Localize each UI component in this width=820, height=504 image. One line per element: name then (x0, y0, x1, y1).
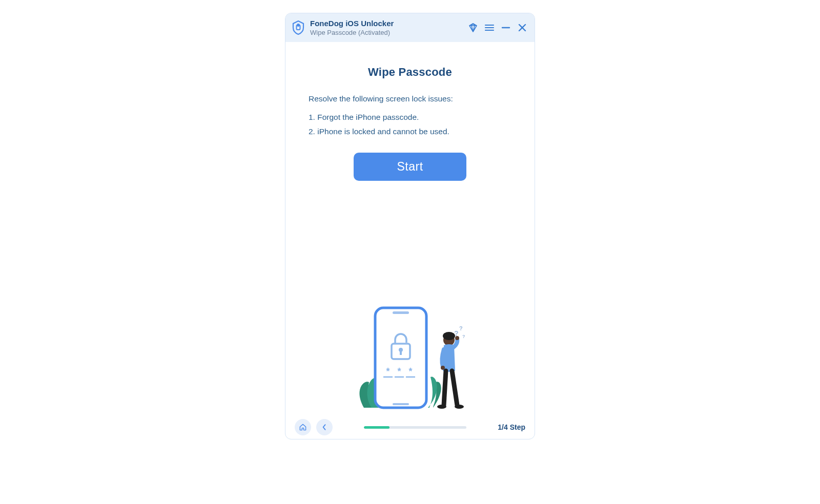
home-button[interactable] (295, 419, 311, 435)
step-progress-fill (364, 426, 389, 429)
app-window: FoneDog iOS Unlocker Wipe Passcode (Acti… (285, 13, 535, 439)
step-progress-bar (364, 426, 466, 429)
svg-rect-4 (393, 311, 409, 314)
lead-text: Resolve the following screen lock issues… (309, 94, 511, 103)
home-icon (299, 423, 307, 431)
svg-text:?: ? (459, 325, 463, 331)
svg-rect-6 (392, 344, 410, 359)
titlebar: FoneDog iOS Unlocker Wipe Passcode (Acti… (285, 13, 535, 42)
svg-text:?: ? (454, 329, 459, 338)
svg-rect-8 (400, 350, 402, 355)
title-text-block: FoneDog iOS Unlocker Wipe Passcode (Acti… (310, 18, 463, 37)
menu-icon[interactable] (484, 23, 495, 33)
minimize-icon[interactable] (501, 23, 511, 33)
issue-item-2: 2. iPhone is locked and cannot be used. (309, 127, 511, 136)
svg-rect-2 (375, 308, 426, 408)
close-icon[interactable] (517, 23, 527, 33)
app-logo-icon (292, 20, 305, 35)
svg-point-23 (455, 405, 464, 409)
footer-bar: 1/4 Step (285, 415, 535, 439)
content-area: Wipe Passcode Resolve the following scre… (285, 42, 535, 415)
back-button[interactable] (316, 419, 333, 435)
step-label: 1/4 Step (498, 423, 525, 431)
chevron-left-icon (320, 423, 329, 431)
locked-phone-illustration: * * * ? ? ? (285, 303, 535, 415)
svg-rect-3 (380, 315, 421, 401)
page-heading: Wipe Passcode (309, 66, 511, 79)
svg-point-7 (399, 348, 403, 352)
svg-point-20 (455, 336, 459, 340)
issue-item-1: 1. Forgot the iPhone passcode. (309, 113, 511, 122)
svg-text:*: * (408, 366, 412, 376)
svg-text:*: * (397, 366, 401, 376)
svg-text:?: ? (462, 334, 465, 339)
progress-wrap (338, 426, 493, 429)
svg-point-18 (443, 334, 455, 346)
window-controls (468, 23, 527, 33)
svg-point-21 (441, 366, 445, 370)
start-button[interactable]: Start (354, 153, 466, 181)
app-title: FoneDog iOS Unlocker (310, 18, 463, 29)
svg-point-22 (437, 405, 446, 409)
app-subtitle: Wipe Passcode (Activated) (310, 29, 463, 37)
svg-rect-5 (393, 403, 409, 405)
svg-text:*: * (386, 366, 389, 376)
diamond-icon[interactable] (468, 23, 478, 33)
svg-point-19 (443, 332, 455, 340)
